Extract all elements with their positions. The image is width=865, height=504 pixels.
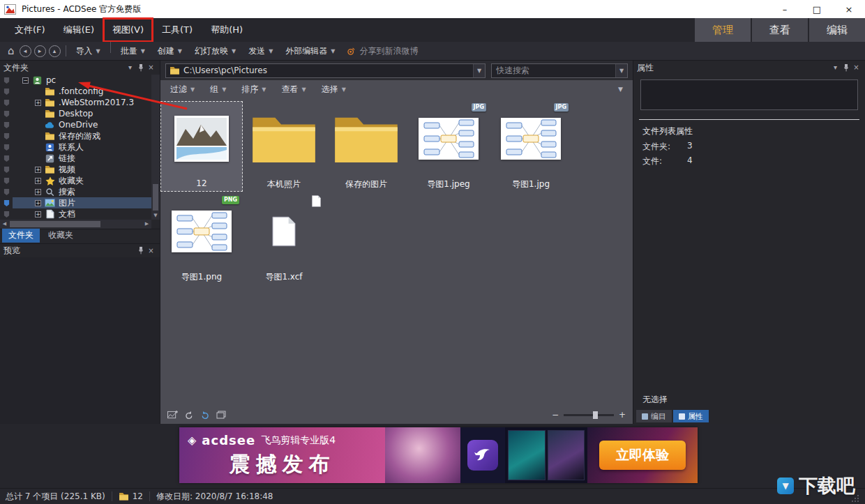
up-button[interactable]: ▴ xyxy=(49,45,61,57)
tree-item[interactable]: .fontconfig xyxy=(0,86,160,97)
expand-toggle[interactable]: + xyxy=(35,100,41,106)
expand-toggle[interactable]: + xyxy=(35,211,41,217)
file-item[interactable]: JPG导图1.jpg xyxy=(490,101,572,192)
forward-button[interactable]: ▸ xyxy=(34,45,46,57)
toolbar-button[interactable]: 创建▼ xyxy=(151,42,188,60)
close-icon[interactable]: × xyxy=(851,61,862,75)
tree-marker-icon[interactable] xyxy=(0,155,13,162)
tree-item[interactable]: +.WebStorm2017.3 xyxy=(0,97,160,108)
search-dropdown-icon[interactable]: ▼ xyxy=(615,64,627,77)
file-item[interactable]: 本机照片 xyxy=(243,101,325,192)
rotate-right-icon[interactable] xyxy=(200,411,210,420)
expand-toggle[interactable]: + xyxy=(35,178,41,184)
zoom-slider-thumb[interactable] xyxy=(593,411,598,419)
search-input[interactable] xyxy=(492,66,615,75)
filterbar-more-icon[interactable]: ▼ xyxy=(618,86,623,93)
properties-tab-属性[interactable]: 属性 xyxy=(673,410,709,422)
mode-button-管理[interactable]: 管理 xyxy=(695,18,751,42)
properties-tab-编目[interactable]: 编目 xyxy=(636,410,672,422)
close-button[interactable]: × xyxy=(833,0,865,18)
menu-item[interactable]: 视图(V) xyxy=(103,18,153,42)
close-icon[interactable]: × xyxy=(146,244,156,257)
file-item[interactable]: 导图1.xcf xyxy=(243,194,325,284)
filter-过滤[interactable]: 过滤▼ xyxy=(170,84,195,96)
tree-marker-icon[interactable] xyxy=(0,121,13,129)
share-weibo-button[interactable]: 分享到新浪微博 xyxy=(341,45,423,57)
tree-marker-icon[interactable] xyxy=(0,211,13,218)
layers-icon[interactable] xyxy=(216,411,226,419)
sidebar-tab-favorites[interactable]: 收藏夹 xyxy=(42,228,80,243)
file-item[interactable]: PNG导图1.png xyxy=(160,194,243,284)
chevron-down-icon[interactable]: ▾ xyxy=(125,61,135,75)
tree-item[interactable]: 链接 xyxy=(0,153,160,164)
toolbar-button[interactable]: 发送▼ xyxy=(242,42,279,60)
chevron-down-icon[interactable]: ▾ xyxy=(830,61,841,75)
tree-item[interactable]: +文档 xyxy=(0,208,160,220)
toolbar-button[interactable]: 导入▼ xyxy=(70,42,107,60)
pin-icon[interactable] xyxy=(841,61,851,75)
tree-marker-icon[interactable] xyxy=(0,110,13,118)
rotate-left-icon[interactable] xyxy=(184,411,194,420)
quick-search[interactable]: ▼ xyxy=(491,63,628,78)
file-item[interactable]: JPG导图1.jpeg xyxy=(407,101,490,192)
menu-item[interactable]: 工具(T) xyxy=(153,18,202,42)
tree-marker-icon[interactable] xyxy=(0,199,13,207)
tree-item[interactable]: +收藏夹 xyxy=(0,175,160,186)
filter-组[interactable]: 组▼ xyxy=(210,84,226,96)
toolbar-button[interactable]: 批量▼ xyxy=(114,42,151,60)
minimize-button[interactable]: – xyxy=(769,0,801,18)
tree-vertical-scrollbar[interactable]: ▼ xyxy=(151,75,160,220)
add-image-icon[interactable] xyxy=(167,411,178,420)
expand-toggle[interactable]: + xyxy=(35,189,41,195)
scroll-left-icon[interactable]: ◀ xyxy=(0,220,9,229)
back-button[interactable]: ◂ xyxy=(20,45,31,57)
tree-marker-icon[interactable] xyxy=(0,188,13,196)
tree-item[interactable]: 保存的游戏 xyxy=(0,130,160,142)
mode-button-编辑[interactable]: 编辑 xyxy=(809,18,865,42)
ad-banner[interactable]: ◈ acdsee 飞鸟剪辑专业版4 震撼发布 立即体验 xyxy=(179,427,698,483)
zoom-in-icon[interactable]: + xyxy=(619,410,626,420)
tree-item[interactable]: Desktop xyxy=(0,108,160,119)
expand-toggle[interactable]: + xyxy=(35,167,41,173)
pin-icon[interactable] xyxy=(135,61,146,75)
filter-选择[interactable]: 选择▼ xyxy=(322,84,346,96)
tree-hscroll-thumb[interactable] xyxy=(10,221,100,227)
file-item[interactable]: 12 xyxy=(160,101,243,192)
path-field[interactable]: ▼ xyxy=(165,63,486,78)
tree-marker-icon[interactable] xyxy=(0,177,13,185)
tree-marker-icon[interactable] xyxy=(0,144,13,151)
home-icon[interactable]: ⌂ xyxy=(4,45,18,57)
menu-item[interactable]: 编辑(E) xyxy=(54,18,103,42)
zoom-out-icon[interactable]: − xyxy=(552,410,559,420)
tree-marker-icon[interactable] xyxy=(0,99,13,107)
tree-item[interactable]: +搜索 xyxy=(0,186,160,197)
tree-marker-icon[interactable] xyxy=(0,77,13,84)
sidebar-tab-folders[interactable]: 文件夹 xyxy=(2,228,40,243)
expand-toggle[interactable]: + xyxy=(35,200,41,206)
scroll-right-icon[interactable]: ▶ xyxy=(142,220,151,229)
filter-排序[interactable]: 排序▼ xyxy=(241,84,266,96)
mode-button-查看[interactable]: 查看 xyxy=(752,18,808,42)
zoom-slider[interactable] xyxy=(564,414,614,416)
menu-item[interactable]: 帮助(H) xyxy=(202,18,252,42)
tree-vscroll-thumb[interactable] xyxy=(153,184,158,211)
tree-item[interactable]: +视频 xyxy=(0,164,160,175)
tree-item[interactable]: −pc xyxy=(0,75,160,86)
toolbar-button[interactable]: 外部编辑器▼ xyxy=(279,42,341,60)
close-icon[interactable]: × xyxy=(146,61,156,75)
menu-item[interactable]: 文件(F) xyxy=(6,18,54,42)
scroll-down-icon[interactable]: ▼ xyxy=(151,211,160,220)
tree-horizontal-scrollbar[interactable]: ◀ ▶ xyxy=(0,220,151,229)
filter-查看[interactable]: 查看▼ xyxy=(281,84,306,96)
path-dropdown-icon[interactable]: ▼ xyxy=(473,64,485,77)
tree-marker-icon[interactable] xyxy=(0,132,13,140)
tree-item[interactable]: OneDrive xyxy=(0,119,160,130)
ad-cta-button[interactable]: 立即体验 xyxy=(599,441,686,470)
path-input[interactable] xyxy=(183,66,473,75)
tree-marker-icon[interactable] xyxy=(0,166,13,174)
tree-marker-icon[interactable] xyxy=(0,88,13,96)
tree-item[interactable]: 联系人 xyxy=(0,142,160,153)
expand-toggle[interactable]: − xyxy=(22,77,29,84)
file-item[interactable]: 保存的图片 xyxy=(325,101,407,192)
tree-item[interactable]: +图片 xyxy=(0,197,160,208)
